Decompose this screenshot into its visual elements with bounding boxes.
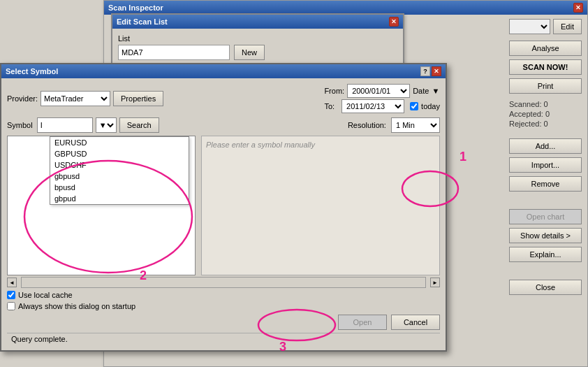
use-local-cache-checkbox[interactable]: [7, 291, 15, 299]
today-checkbox[interactable]: [410, 102, 418, 110]
symbol-item-gbpud[interactable]: gbpud: [50, 193, 189, 204]
scrollbar-row: ◄ ►: [7, 277, 440, 288]
use-local-cache-label: Use local cache: [18, 291, 73, 299]
scan-right-panel: Edit Analyse SCAN NOW! Print Scanned: 0 …: [504, 13, 587, 301]
show-details-button[interactable]: Show details >: [509, 228, 582, 243]
list-input[interactable]: [118, 45, 230, 60]
list-row: New: [118, 45, 397, 60]
symbol-item-gbpusd[interactable]: GBPUSD: [50, 148, 189, 159]
to-row: To: 2011/02/13 today: [324, 99, 440, 113]
new-button[interactable]: New: [234, 45, 265, 60]
scan-status: Scanned: 0 Accepted: 0 Rejected: 0: [509, 100, 582, 129]
select-symbol-title: Select Symbol: [6, 67, 58, 75]
today-label: today: [421, 102, 440, 110]
help-icon-btn[interactable]: ?: [420, 66, 430, 76]
from-row: From: 2000/01/01 Date ▼: [324, 84, 440, 98]
scroll-left-arrow[interactable]: ◄: [7, 278, 17, 287]
from-label: From:: [324, 87, 344, 95]
edit-scan-list-titlebar: Edit Scan List ✕: [112, 15, 403, 29]
symbol-item-eurusd[interactable]: EURUSD: [50, 137, 189, 148]
from-date-select[interactable]: 2000/01/01: [347, 84, 410, 98]
import-button[interactable]: Import...: [509, 157, 582, 173]
select-symbol-titlebar: Select Symbol ? ✕: [1, 64, 446, 78]
scan-inspector-close-btn[interactable]: ✕: [573, 3, 583, 13]
properties-button[interactable]: Properties: [113, 91, 163, 106]
resolution-area: Resolution: 1 Min: [348, 117, 440, 133]
accepted-status: Accepted: 0: [509, 110, 582, 118]
right-panel-dropdown[interactable]: [509, 19, 550, 34]
edit-scan-list-close-btn[interactable]: ✕: [389, 17, 399, 27]
always-show-row: Always show this dialog on startup: [7, 302, 440, 310]
symbol-item-usdchf[interactable]: USDCHF: [50, 159, 189, 171]
right-panel-top: Edit: [509, 19, 582, 34]
edit-scan-list-title: Edit Scan List: [117, 17, 168, 26]
symbol-manual-hint: Please enter a symbol manually: [206, 141, 315, 149]
scroll-right-arrow[interactable]: ►: [430, 278, 440, 287]
select-symbol-body: Provider: MetaTrader Properties From: 20…: [1, 78, 446, 350]
open-cancel-row: Open Cancel: [7, 315, 440, 330]
close-panel-button[interactable]: Close: [509, 280, 582, 295]
always-show-checkbox[interactable]: [7, 302, 15, 310]
scan-inspector-titlebar: Scan Inspector ✕: [104, 1, 587, 15]
explain-button[interactable]: Explain...: [509, 247, 582, 262]
select-symbol-title-icons: ? ✕: [420, 66, 441, 76]
resolution-select[interactable]: 1 Min: [391, 117, 440, 133]
cancel-button[interactable]: Cancel: [391, 315, 440, 330]
symbol-item-gbpusd2[interactable]: gbpusd: [50, 171, 189, 182]
search-button[interactable]: Search: [119, 117, 159, 133]
date-range-area: From: 2000/01/01 Date ▼ To: 2011/02/13 t…: [324, 84, 440, 113]
date-label: Date: [413, 87, 429, 95]
horizontal-scrollbar[interactable]: [21, 277, 426, 288]
symbol-right-area: Please enter a symbol manually: [201, 136, 440, 275]
status-text: Query complete.: [11, 335, 68, 343]
symbol-label: Symbol: [7, 121, 33, 129]
symbol-list-container: EURUSD GBPUSD USDCHF gbpusd bpusd gbpud …: [7, 136, 440, 275]
scanned-status: Scanned: 0: [509, 100, 582, 108]
provider-label: Provider:: [7, 94, 38, 103]
scan-now-button[interactable]: SCAN NOW!: [509, 59, 582, 75]
open-button[interactable]: Open: [338, 315, 387, 330]
to-date-select[interactable]: 2011/02/13: [341, 99, 404, 113]
symbol-text-input[interactable]: [37, 117, 93, 133]
list-label: List: [118, 34, 397, 43]
print-button[interactable]: Print: [509, 78, 582, 94]
analyse-button[interactable]: Analyse: [509, 41, 582, 56]
symbol-list-left: EURUSD GBPUSD USDCHF gbpusd bpusd gbpud: [7, 136, 196, 275]
date-dropdown-arrow[interactable]: ▼: [432, 87, 439, 95]
select-symbol-dialog: Select Symbol ? ✕ Provider: MetaTrader P…: [0, 63, 447, 352]
status-bar: Query complete.: [7, 333, 440, 345]
provider-row: Provider: MetaTrader Properties From: 20…: [7, 84, 440, 113]
rejected-status: Rejected: 0: [509, 120, 582, 128]
open-chart-button[interactable]: Open chart: [509, 209, 582, 224]
edit-scan-list-window: Edit Scan List ✕ List New: [111, 13, 404, 70]
symbol-dropdown-inline[interactable]: ▼: [96, 117, 117, 133]
provider-select[interactable]: MetaTrader: [41, 91, 110, 106]
symbol-dropdown-list: EURUSD GBPUSD USDCHF gbpusd bpusd gbpud: [50, 136, 189, 205]
to-label: To:: [324, 102, 335, 110]
resolution-label: Resolution:: [348, 121, 386, 129]
remove-button[interactable]: Remove: [509, 176, 582, 192]
symbol-item-bpusd[interactable]: bpusd: [50, 182, 189, 193]
add-button[interactable]: Add...: [509, 138, 582, 154]
use-local-cache-row: Use local cache: [7, 291, 440, 299]
symbol-input-row: Symbol ▼ Search Resolution: 1 Min: [7, 117, 440, 133]
edit-button[interactable]: Edit: [553, 19, 582, 34]
select-symbol-close-btn[interactable]: ✕: [432, 66, 441, 76]
scan-inspector-title: Scan Inspector: [108, 3, 163, 12]
always-show-label: Always show this dialog on startup: [18, 302, 135, 310]
